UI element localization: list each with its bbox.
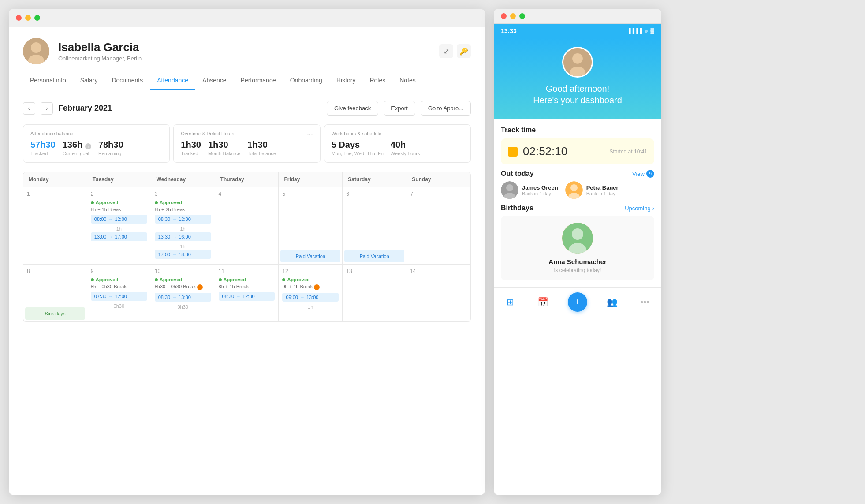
battery-icon: ▓ [650, 28, 654, 34]
birthdays-title: Birthdays [501, 204, 533, 212]
petra-avatar-img [565, 181, 583, 199]
james-info: James Green Back in 1 day [522, 184, 558, 196]
wifi-icon: ⌾ [645, 28, 648, 34]
cal-day-4[interactable]: 4 [215, 187, 279, 265]
day-header-thursday: Thursday [215, 172, 279, 187]
mobile-close-button[interactable] [501, 13, 507, 19]
overtime-card: Overtime & Deficit Hours ··· 1h30 Tracke… [173, 124, 320, 163]
cal-day-12[interactable]: 12 Approved 9h + 1h Break ! 09:00→13:00 … [279, 265, 343, 322]
info-icon-12: ! [314, 284, 320, 290]
info-icon-10: ! [197, 284, 203, 290]
give-feedback-button[interactable]: Give feedback [327, 101, 378, 116]
minimize-button[interactable] [25, 15, 31, 21]
upcoming-birthdays-link[interactable]: Upcoming › [625, 205, 654, 212]
app-header: Isabella Garcia Onlinemarketing Manager,… [9, 27, 485, 90]
petra-info: Petra Bauer Back in 1 day [586, 184, 619, 196]
user-avatar [23, 38, 49, 64]
attendance-balance-label: Attendance balance [30, 131, 162, 136]
go-to-approval-button[interactable]: Go to Appro... [421, 101, 471, 116]
cal-day-14[interactable]: 14 [406, 265, 470, 322]
people-tab-button[interactable]: 👥 [604, 294, 620, 310]
cal-day-5[interactable]: 5 Paid Vacation [279, 187, 343, 265]
tab-history[interactable]: History [329, 71, 363, 90]
cal-day-1[interactable]: 1 [23, 187, 87, 265]
status-time: 13:33 [501, 27, 517, 34]
remaining-label: Remaining [98, 151, 123, 156]
prev-month-button[interactable]: ‹ [23, 102, 35, 115]
track-timer: 02:52:10 [523, 145, 604, 158]
mobile-minimize-button[interactable] [510, 13, 516, 19]
mobile-header: Good afternoon!Here's your dashboard [494, 38, 661, 119]
calendar-toolbar: ‹ › February 2021 Give feedback Export G… [23, 101, 471, 116]
add-action-button[interactable]: + [568, 292, 587, 312]
james-avatar [501, 181, 518, 199]
track-time-title: Track time [501, 119, 654, 138]
mobile-bottom-bar: ⊞ 📅 + 👥 ••• [494, 287, 661, 316]
maximize-button[interactable] [34, 15, 40, 21]
cal-day-8[interactable]: 8 Sick days [23, 265, 87, 322]
calendar-tab-button[interactable]: 📅 [535, 294, 551, 310]
out-person-petra[interactable]: Petra Bauer Back in 1 day [565, 181, 619, 199]
paid-vacation-6: Paid Vacation [344, 250, 404, 262]
tab-notes[interactable]: Notes [392, 71, 423, 90]
overtime-tracked: 1h30 [181, 140, 201, 150]
tab-onboarding[interactable]: Onboarding [283, 71, 329, 90]
weekly-hours-label: Weekly hours [391, 151, 420, 156]
more-tab-button[interactable]: ••• [637, 294, 653, 310]
overtime-label: Overtime & Deficit Hours [181, 131, 234, 136]
track-stop-button[interactable] [508, 147, 518, 157]
cal-day-13[interactable]: 13 [343, 265, 406, 322]
export-button[interactable]: Export [384, 101, 415, 116]
share-button[interactable]: ⤢ [439, 44, 453, 58]
out-people-list: James Green Back in 1 day Petra Bauer [501, 181, 654, 199]
avatar-illustration [563, 48, 592, 76]
close-button[interactable] [16, 15, 22, 21]
mobile-maximize-button[interactable] [519, 13, 525, 19]
birthday-card: Anna Schumacher is celebrating today! [501, 216, 654, 280]
track-time-card[interactable]: 02:52:10 Started at 10:41 [501, 138, 654, 164]
work-hours-label: Work hours & schedule [332, 131, 463, 136]
mobile-greeting: Good afternoon!Here's your dashboard [501, 83, 654, 106]
cal-day-2[interactable]: 2 Approved 8h + 1h Break 08:00→12:00 1h … [87, 187, 151, 265]
calendar-header: Monday Tuesday Wednesday Thursday Friday… [23, 172, 470, 187]
anna-avatar-img [562, 223, 593, 254]
cal-day-3[interactable]: 3 Approved 8h + 2h Break 08:30→12:30 1h … [151, 187, 215, 265]
mobile-user-avatar [562, 47, 593, 78]
home-tab-button[interactable]: ⊞ [502, 294, 518, 310]
out-today-title: Out today [501, 170, 534, 178]
tab-absence[interactable]: Absence [195, 71, 233, 90]
header-actions: ⤢ 🔑 [439, 44, 471, 58]
cal-day-10[interactable]: 10 Approved 8h30 + 0h30 Break ! 08:30→13… [151, 265, 215, 322]
day-header-tuesday: Tuesday [87, 172, 151, 187]
cal-day-7[interactable]: 7 [406, 187, 470, 265]
info-icon[interactable]: i [85, 143, 91, 149]
window-titlebar [9, 9, 485, 27]
anna-avatar [562, 223, 593, 254]
overtime-tracked-label: Tracked [181, 151, 201, 156]
attendance-content: ‹ › February 2021 Give feedback Export G… [9, 90, 485, 333]
tab-documents[interactable]: Documents [104, 71, 150, 90]
settings-button[interactable]: 🔑 [457, 44, 471, 58]
tab-salary[interactable]: Salary [73, 71, 105, 90]
out-person-james[interactable]: James Green Back in 1 day [501, 181, 558, 199]
day-header-wednesday: Wednesday [151, 172, 215, 187]
nav-tabs: Personal info Salary Documents Attendanc… [23, 71, 471, 90]
tab-roles[interactable]: Roles [362, 71, 392, 90]
tab-personal-info[interactable]: Personal info [23, 71, 73, 90]
overtime-dots-menu[interactable]: ··· [307, 131, 313, 140]
petra-name: Petra Bauer [586, 184, 619, 191]
cal-day-6[interactable]: 6 Paid Vacation [343, 187, 406, 265]
tab-performance[interactable]: Performance [234, 71, 283, 90]
svg-point-1 [572, 53, 583, 64]
attendance-balance-card: Attendance balance 57h30 Tracked 136h i … [23, 124, 170, 163]
view-out-today-link[interactable]: View 9 [632, 170, 654, 178]
current-goal-label: Current goal [63, 151, 91, 156]
day-header-monday: Monday [23, 172, 87, 187]
paid-vacation-5: Paid Vacation [280, 250, 340, 262]
month-title: February 2021 [58, 104, 321, 113]
work-days-label: Mon, Tue, Wed, Thu, Fri [332, 151, 384, 156]
next-month-button[interactable]: › [41, 102, 53, 115]
cal-day-9[interactable]: 9 Approved 8h + 0h30 Break 07:30→12:00 0… [87, 265, 151, 322]
tab-attendance[interactable]: Attendance [150, 71, 195, 90]
cal-day-11[interactable]: 11 Approved 8h + 1h Break 08:30→12:30 [215, 265, 279, 322]
